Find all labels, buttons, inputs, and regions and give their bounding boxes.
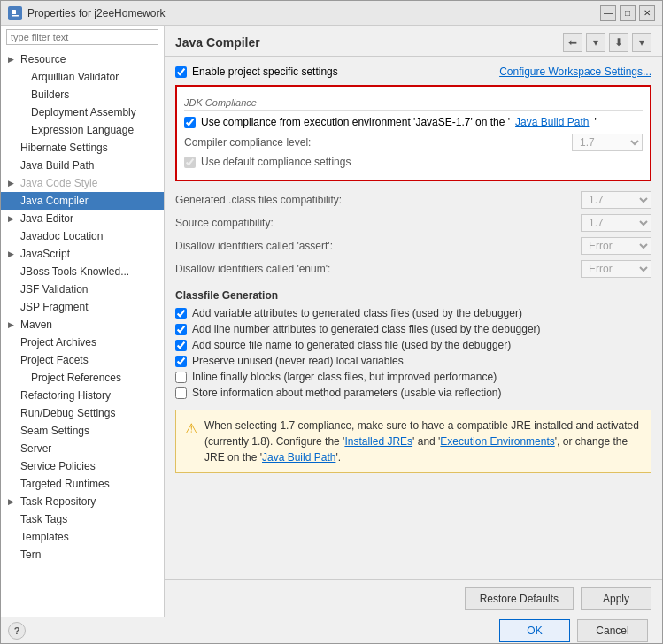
sidebar-item-deployment-assembly[interactable]: Deployment Assembly (1, 104, 164, 121)
generated-class-select[interactable]: 1.7 (581, 191, 651, 209)
installed-jres-link[interactable]: Installed JREs (344, 435, 412, 448)
apply-button[interactable]: Apply (581, 587, 651, 610)
add-source-name-checkbox[interactable] (175, 340, 187, 351)
sidebar-item-label: Task Tags (20, 513, 67, 525)
sidebar-item-targeted-runtimes[interactable]: Targeted Runtimes (1, 475, 164, 493)
sidebar-item-javadoc-location[interactable]: Javadoc Location (1, 227, 164, 245)
sidebar-item-tern[interactable]: Tern (1, 546, 164, 564)
expand-arrow-java-editor: ▶ (8, 214, 17, 223)
sidebar-item-hibernate-settings[interactable]: Hibernate Settings (1, 139, 164, 157)
compliance-text-post: ' (594, 116, 596, 128)
window-title: Properties for j2eeHomework (27, 7, 165, 19)
add-line-number-checkbox[interactable] (175, 324, 187, 335)
sidebar-item-label: Java Build Path (20, 159, 94, 172)
header-toolbar: ⬅ ▾ ⬇ ▾ (563, 33, 651, 52)
java-build-path-link[interactable]: Java Build Path (515, 116, 589, 128)
bottom-bar: Restore Defaults Apply (165, 579, 662, 617)
warning-box: ⚠ When selecting 1.7 compliance, make su… (175, 410, 651, 473)
add-variable-checkbox[interactable] (175, 308, 187, 319)
back-button[interactable]: ⬅ (563, 33, 582, 52)
title-bar-left: Properties for j2eeHomework (8, 6, 165, 20)
sidebar-item-javascript[interactable]: ▶ JavaScript (1, 245, 164, 263)
svg-rect-1 (12, 10, 16, 14)
sidebar-item-server[interactable]: Server (1, 440, 164, 457)
sidebar-item-task-repository[interactable]: ▶ Task Repository (1, 493, 164, 510)
enum-row: Disallow identifiers called 'enum': Erro… (175, 259, 651, 279)
source-compat-label: Source compatibility: (175, 217, 581, 229)
enable-specific-settings-label: Enable project specific settings (192, 65, 338, 78)
enum-select[interactable]: Error (581, 260, 651, 278)
sidebar-item-java-compiler[interactable]: Java Compiler (1, 192, 164, 210)
sidebar-item-project-facets[interactable]: Project Facets (1, 351, 164, 369)
more-button[interactable]: ▾ (632, 33, 651, 52)
sidebar-item-label: Project Archives (20, 336, 96, 349)
source-compat-row: Source compatibility: 1.7 (175, 213, 651, 233)
configure-workspace-link[interactable]: Configure Workspace Settings... (499, 65, 651, 78)
sidebar-item-task-tags[interactable]: Task Tags (1, 510, 164, 528)
main-panel: Java Compiler ⬅ ▾ ⬇ ▾ Enable project spe… (165, 26, 662, 617)
classfile-section: Classfile Generation Add variable attrib… (175, 289, 651, 399)
nav-dropdown-button[interactable]: ▾ (586, 33, 605, 52)
sidebar-item-label: JSF Validation (20, 283, 88, 295)
restore-defaults-button[interactable]: Restore Defaults (465, 587, 574, 610)
expand-arrow-javascript: ▶ (8, 249, 17, 258)
sidebar-item-label: Builders (31, 88, 69, 101)
sidebar-item-resource[interactable]: ▶ Resource (1, 50, 164, 68)
inline-finally-checkbox[interactable] (175, 372, 187, 383)
generated-class-row: Generated .class files compatibility: 1.… (175, 190, 651, 210)
add-variable-label: Add variable attributes to generated cla… (192, 307, 522, 319)
sidebar-item-jsf-validation[interactable]: JSF Validation (1, 280, 164, 298)
sidebar-item-project-archives[interactable]: Project Archives (1, 334, 164, 351)
default-compliance-label: Use default compliance settings (201, 156, 643, 168)
sidebar-item-java-editor[interactable]: ▶ Java Editor (1, 210, 164, 227)
preserve-unused-checkbox[interactable] (175, 356, 187, 367)
sidebar-item-run-debug-settings[interactable]: Run/Debug Settings (1, 404, 164, 422)
sidebar-item-maven[interactable]: ▶ Maven (1, 316, 164, 334)
default-compliance-checkbox[interactable] (184, 157, 196, 168)
help-button[interactable]: ? (8, 622, 26, 640)
compliance-checkbox-row: Use compliance from execution environmen… (184, 116, 643, 128)
source-compat-select[interactable]: 1.7 (581, 214, 651, 232)
sidebar-item-templates[interactable]: Templates (1, 528, 164, 546)
assert-select[interactable]: Error (581, 237, 651, 255)
add-source-name-label: Add source file name to generated class … (192, 339, 511, 351)
sidebar-item-label: Deployment Assembly (31, 106, 136, 119)
sidebar-item-seam-settings[interactable]: Seam Settings (1, 422, 164, 440)
sidebar-item-jsp-fragment[interactable]: JSP Fragment (1, 298, 164, 316)
classfile-option-inline-finally: Inline finally blocks (larger class file… (175, 371, 651, 383)
maximize-button[interactable]: □ (620, 5, 636, 21)
use-compliance-checkbox[interactable] (184, 117, 196, 128)
sidebar-item-java-code-style[interactable]: ▶ Java Code Style (1, 174, 164, 192)
store-info-checkbox[interactable] (175, 387, 187, 399)
compiler-compliance-row: Compiler compliance level: 1.7 (184, 133, 643, 152)
minimize-button[interactable]: — (600, 5, 616, 21)
ok-button[interactable]: OK (499, 619, 570, 642)
panel-title: Java Compiler (175, 35, 260, 50)
preserve-unused-label: Preserve unused (never read) local varia… (192, 355, 404, 367)
filter-input[interactable] (6, 29, 158, 45)
forward-button[interactable]: ⬇ (609, 33, 628, 52)
compiler-compliance-select[interactable]: 1.7 (572, 134, 643, 151)
java-build-path-warning-link[interactable]: Java Build Path (262, 451, 335, 464)
sidebar-item-refactoring-history[interactable]: Refactoring History (1, 387, 164, 404)
inline-finally-label: Inline finally blocks (larger class file… (192, 371, 497, 383)
default-compliance-row: Use default compliance settings (184, 156, 643, 168)
sidebar-item-jboss-tools[interactable]: JBoss Tools Knowled... (1, 263, 164, 280)
sidebar-item-java-build-path[interactable]: Java Build Path (1, 157, 164, 174)
sidebar-item-arq-validator[interactable]: Arquillian Validator (1, 68, 164, 86)
classfile-option-add-line-number: Add line number attributes to generated … (175, 323, 651, 335)
classfile-option-store-info: Store information about method parameter… (175, 387, 651, 399)
sidebar-item-builders[interactable]: Builders (1, 86, 164, 104)
cancel-button[interactable]: Cancel (577, 619, 648, 642)
execution-environments-link[interactable]: Execution Environments (440, 435, 554, 448)
store-info-label: Store information about method parameter… (192, 387, 502, 399)
sidebar-item-service-policies[interactable]: Service Policies (1, 457, 164, 475)
enable-specific-settings-checkbox[interactable] (175, 66, 187, 78)
sidebar-item-label: Run/Debug Settings (20, 407, 115, 419)
sidebar-item-label: Task Repository (20, 495, 96, 508)
close-button[interactable]: ✕ (639, 5, 655, 21)
sidebar-item-project-references[interactable]: Project References (1, 369, 164, 387)
sidebar-item-expression-language[interactable]: Expression Language (1, 121, 164, 139)
generated-class-label: Generated .class files compatibility: (175, 194, 581, 206)
footer-bar: ? OK Cancel (1, 617, 662, 643)
